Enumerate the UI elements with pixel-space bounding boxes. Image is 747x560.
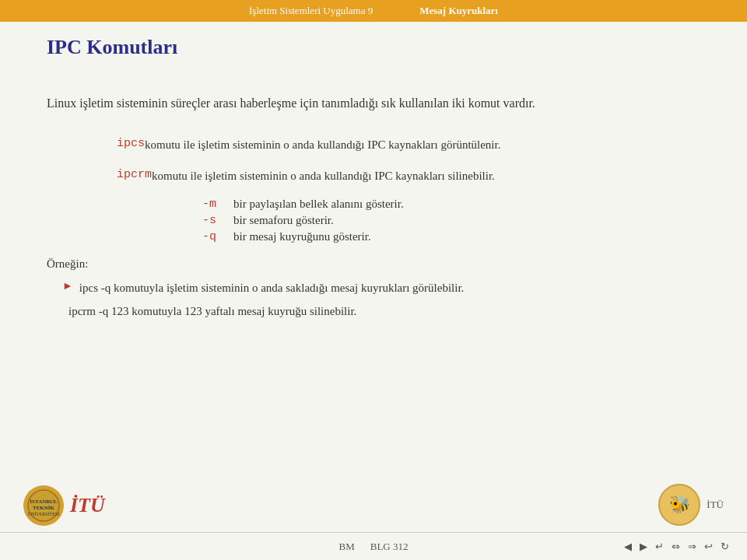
footer-blg: BLG 312 — [370, 541, 409, 553]
ipcrm-row: ipcrm komutu ile işletim sisteminin o an… — [47, 166, 700, 185]
main-content: Linux işletim sisteminin süreçler arası … — [0, 70, 747, 331]
svg-text:ÜNİVERSİTESİ: ÜNİVERSİTESİ — [28, 512, 60, 516]
opt-m-label: -m — [202, 198, 233, 211]
title-bar: IPC Komutları — [0, 22, 747, 70]
svg-text:İSTANBUL: İSTANBUL — [30, 499, 58, 505]
logo-left: İSTANBUL TEKNİK ÜNİVERSİTESİ İTÜ — [23, 485, 105, 526]
intro-paragraph: Linux işletim sisteminin süreçler arası … — [47, 93, 654, 114]
page-title: IPC Komutları — [47, 36, 700, 59]
nav-back-btn[interactable]: ◀ — [622, 541, 634, 553]
example-item-1: ► ipcs -q komutuyla işletim sisteminin o… — [47, 278, 700, 297]
ipcs-desc: komutu ile işletim sisteminin o anda kul… — [145, 135, 500, 154]
sub-options: -m bir paylaşılan bellek alanını gösteri… — [202, 198, 700, 243]
ipcs-section: ipcs komutu ile işletim sisteminin o and… — [47, 135, 700, 185]
ipcrm-label: ipcrm — [47, 166, 152, 181]
example-text-2: ipcrm -q 123 komutuyla 123 yaftalı mesaj… — [68, 305, 356, 317]
top-nav-bar: İşletim Sistemleri Uygulama 9 Mesaj Kuyr… — [0, 0, 747, 22]
footer-bm: BM — [339, 541, 355, 553]
opt-s-desc: bir semaforu gösterir. — [233, 214, 334, 227]
nav-zoom-btn[interactable]: ↩ — [702, 541, 715, 553]
bullet-arrow-1: ► — [62, 280, 73, 292]
nav-fit-btn[interactable]: ⇔ — [669, 541, 682, 553]
bee-emoji: 🐝 — [669, 495, 690, 515]
example-label: Örneğin: — [47, 257, 700, 271]
opt-q-label: -q — [202, 230, 233, 243]
opt-q-row: -q bir mesaj kuyruğunu gösterir. — [202, 230, 700, 243]
nav-end-btn[interactable]: ⇒ — [686, 541, 699, 553]
bottom-bar: BM BLG 312 ◀ ▶ ↵ ⇔ ⇒ ↩ ↻ — [0, 532, 747, 560]
example-text-1: ipcs -q komutuyla işletim sisteminin o a… — [79, 278, 465, 297]
itu-circle-left: İSTANBUL TEKNİK ÜNİVERSİTESİ — [23, 485, 64, 526]
opt-s-label: -s — [202, 214, 233, 227]
ipcs-row: ipcs komutu ile işletim sisteminin o and… — [47, 135, 700, 154]
itu-text-left: İTÜ — [70, 494, 105, 517]
svg-text:TEKNİK: TEKNİK — [33, 505, 55, 511]
nav-item-1[interactable]: İşletim Sistemleri Uygulama 9 — [249, 5, 373, 17]
example-section: Örneğin: ► ipcs -q komutuyla işletim sis… — [47, 257, 700, 320]
nav-forward-btn[interactable]: ▶ — [637, 541, 650, 553]
logo-right: 🐝 İTÜ — [658, 484, 724, 526]
nav-search-btn[interactable]: ↻ — [718, 541, 731, 553]
example-item-2: ipcrm -q 123 komutuyla 123 yaftalı mesaj… — [47, 302, 700, 320]
nav-controls[interactable]: ◀ ▶ ↵ ⇔ ⇒ ↩ ↻ — [622, 541, 731, 553]
opt-s-row: -s bir semaforu gösterir. — [202, 214, 700, 227]
nav-page-btn[interactable]: ↵ — [653, 541, 666, 553]
ipcs-label: ipcs — [47, 135, 145, 150]
bee-icon: 🐝 — [658, 484, 700, 526]
opt-q-desc: bir mesaj kuyruğunu gösterir. — [233, 230, 371, 243]
ipcrm-desc: komutu ile işletim sisteminin o anda kul… — [152, 166, 495, 185]
bottom-center: BM BLG 312 — [339, 541, 409, 553]
opt-m-desc: bir paylaşılan bellek alanını gösterir. — [233, 198, 404, 211]
opt-m-row: -m bir paylaşılan bellek alanını gösteri… — [202, 198, 700, 211]
itu-text-right: İTÜ — [707, 499, 724, 511]
nav-item-2[interactable]: Mesaj Kuyrukları — [419, 5, 498, 17]
